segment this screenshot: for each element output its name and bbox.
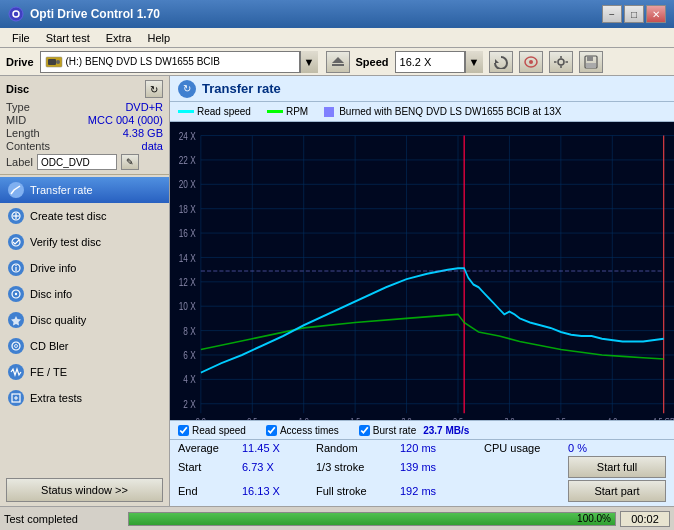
chart-svg: 24 X 22 X 20 X 18 X 16 X 14 X 12 X 10 X … [170, 122, 674, 420]
stroke1-3-label: 1/3 stroke [316, 461, 396, 473]
nav-extra-tests-label: Extra tests [30, 392, 82, 404]
transfer-rate-icon [8, 182, 24, 198]
nav-cd-bler[interactable]: CD Bler [0, 333, 169, 359]
menu-help[interactable]: Help [139, 30, 178, 46]
progress-text: 100.0% [577, 513, 611, 525]
svg-text:2 X: 2 X [183, 398, 196, 410]
status-bar: Test completed 100.0% 00:02 [0, 506, 674, 530]
disc-refresh-button[interactable]: ↻ [145, 80, 163, 98]
menu-file[interactable]: File [4, 30, 38, 46]
menu-extra[interactable]: Extra [98, 30, 140, 46]
nav-fe-te[interactable]: FE / TE [0, 359, 169, 385]
stats-container: Average 11.45 X Random 120 ms CPU usage … [170, 440, 674, 506]
svg-rect-6 [332, 64, 344, 66]
verify-disc-icon [8, 234, 24, 250]
drive-dropdown-arrow[interactable]: ▼ [300, 51, 318, 73]
quality-icon [10, 314, 22, 326]
legend-rpm-label: RPM [286, 106, 308, 117]
burst-rate-checkbox-item: Burst rate 23.7 MB/s [359, 425, 470, 436]
svg-text:6 X: 6 X [183, 349, 196, 361]
read-speed-checkbox-item: Read speed [178, 425, 246, 436]
start-part-button[interactable]: Start part [568, 480, 666, 502]
refresh-drive-button[interactable] [489, 51, 513, 73]
label-edit-button[interactable]: ✎ [121, 154, 139, 170]
nav-extra-tests[interactable]: Extra tests [0, 385, 169, 411]
start-label: Start [178, 461, 238, 473]
time-display: 00:02 [620, 511, 670, 527]
save-button[interactable] [579, 51, 603, 73]
svg-marker-7 [495, 59, 499, 63]
access-times-checkbox[interactable] [266, 425, 277, 436]
speed-select[interactable]: 16.2 X [395, 51, 465, 73]
chart-refresh-icon: ↻ [178, 80, 196, 98]
main-content: Drive (H:) BENQ DVD LS DW1655 BCIB ▼ Spe… [0, 48, 674, 530]
wave-icon [10, 366, 22, 378]
status-window-button[interactable]: Status window >> [6, 478, 163, 502]
svg-text:16 X: 16 X [179, 227, 196, 239]
legend-burned-label: Burned with BENQ DVD LS DW1655 BCIB at 1… [339, 106, 561, 117]
nav-disc-quality[interactable]: Disc quality [0, 307, 169, 333]
nav-create-test-disc[interactable]: Create test disc [0, 203, 169, 229]
title-bar: Opti Drive Control 1.70 − □ ✕ [0, 0, 674, 28]
nav-fe-te-label: FE / TE [30, 366, 67, 378]
sidebar: Disc ↻ Type DVD+R MID MCC 004 (000) Leng… [0, 76, 170, 506]
nav-verify-test-disc-label: Verify test disc [30, 236, 101, 248]
read-speed-checkbox[interactable] [178, 425, 189, 436]
cpu-label: CPU usage [484, 442, 564, 454]
fe-te-icon [8, 364, 24, 380]
nav-verify-test-disc[interactable]: Verify test disc [0, 229, 169, 255]
svg-point-24 [15, 265, 16, 266]
settings-button[interactable] [549, 51, 573, 73]
extra-icon [10, 392, 22, 404]
nav-transfer-rate[interactable]: Transfer rate [0, 177, 169, 203]
status-text: Test completed [4, 513, 124, 525]
disc-icon [10, 288, 22, 300]
svg-text:2.0: 2.0 [402, 415, 412, 420]
erase-icon [523, 55, 539, 69]
rpm-legend-color [267, 110, 283, 113]
chart-area: ↻ Transfer rate Read speed RPM Burned wi… [170, 76, 674, 506]
cd-icon [10, 340, 22, 352]
maximize-button[interactable]: □ [624, 5, 644, 23]
burst-rate-checkbox[interactable] [359, 425, 370, 436]
svg-text:4.5 GB: 4.5 GB [653, 415, 674, 420]
svg-text:4.0: 4.0 [607, 415, 617, 420]
legend-burned: Burned with BENQ DVD LS DW1655 BCIB at 1… [324, 106, 561, 117]
full-stroke-value: 192 ms [400, 485, 480, 497]
nav-drive-info-label: Drive info [30, 262, 76, 274]
access-times-checkbox-label: Access times [280, 425, 339, 436]
disc-info-icon [8, 286, 24, 302]
refresh-icon [493, 55, 509, 69]
menu-start-test[interactable]: Start test [38, 30, 98, 46]
minimize-button[interactable]: − [602, 5, 622, 23]
legend-bar: Read speed RPM Burned with BENQ DVD LS D… [170, 102, 674, 122]
label-label: Label [6, 156, 33, 168]
svg-text:20 X: 20 X [179, 178, 196, 190]
average-label: Average [178, 442, 238, 454]
nav-drive-info[interactable]: Drive info [0, 255, 169, 281]
end-value: 16.13 X [242, 485, 312, 497]
nav-disc-info[interactable]: Disc info [0, 281, 169, 307]
chart-icon [10, 184, 22, 196]
gear-icon [553, 55, 569, 69]
eject-button[interactable] [326, 51, 350, 73]
mid-value: MCC 004 (000) [88, 114, 163, 126]
cpu-value: 0 % [568, 442, 666, 454]
length-label: Length [6, 127, 40, 139]
start-full-button[interactable]: Start full [568, 456, 666, 478]
access-times-checkbox-item: Access times [266, 425, 339, 436]
read-speed-legend-color [178, 110, 194, 113]
nav-cd-bler-label: CD Bler [30, 340, 69, 352]
stroke1-3-value: 139 ms [400, 461, 480, 473]
speed-dropdown-arrow[interactable]: ▼ [465, 51, 483, 73]
label-input[interactable] [37, 154, 117, 170]
erase-button[interactable] [519, 51, 543, 73]
svg-point-28 [12, 342, 20, 350]
svg-text:12 X: 12 X [179, 276, 196, 288]
svg-rect-16 [587, 56, 593, 61]
end-label: End [178, 485, 238, 497]
drive-select[interactable]: (H:) BENQ DVD LS DW1655 BCIB [40, 51, 300, 73]
chart-title: Transfer rate [202, 81, 281, 96]
close-button[interactable]: ✕ [646, 5, 666, 23]
svg-text:8 X: 8 X [183, 325, 196, 337]
